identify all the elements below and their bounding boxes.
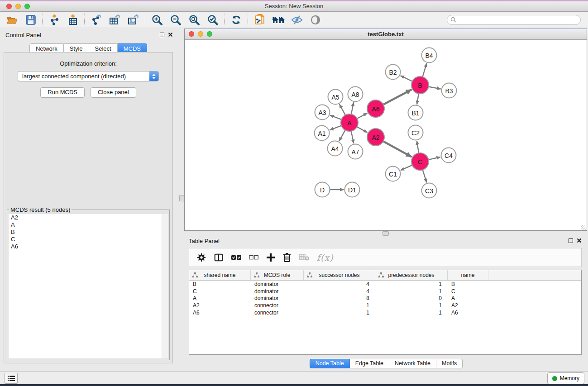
node-A1[interactable]: A1	[315, 126, 330, 141]
mcds-result-item[interactable]: A	[9, 221, 168, 229]
column-header-shared-name[interactable]: shared name	[189, 270, 251, 280]
close-panel-button[interactable]: Close panel	[91, 87, 136, 98]
node-D1[interactable]: D1	[345, 182, 360, 197]
node-D[interactable]: D	[315, 182, 330, 197]
export-table-button[interactable]	[105, 13, 124, 27]
node-C2[interactable]: C2	[408, 125, 423, 140]
edge-A6-B[interactable]	[383, 90, 412, 105]
toggle-panel-layout-icon[interactable]	[214, 253, 224, 262]
zoom-fit-button[interactable]	[185, 13, 203, 27]
zoom-out-button[interactable]	[166, 13, 185, 27]
node-C-dominator[interactable]: C	[411, 153, 429, 170]
column-header-name[interactable]: name	[448, 270, 488, 280]
hide-graphics-details-button[interactable]	[287, 13, 306, 27]
edge-B-B2[interactable]	[401, 76, 412, 81]
edge-B-B3[interactable]	[429, 87, 441, 89]
edge-C-C1[interactable]	[401, 165, 412, 171]
edge-C-C2[interactable]	[417, 141, 419, 153]
table-tab-network-table[interactable]: Network Table	[389, 359, 436, 368]
mcds-result-item[interactable]: A2	[9, 214, 168, 221]
cell-shared-name[interactable]: A2	[189, 302, 251, 309]
cell-successor-nodes[interactable]: 8	[304, 295, 375, 301]
task-history-button[interactable]	[5, 373, 18, 384]
cell-predecessor-nodes[interactable]: 0	[375, 295, 448, 301]
float-table-panel-icon[interactable]	[569, 238, 573, 243]
table-tab-edge-table[interactable]: Edge Table	[350, 359, 389, 368]
import-network-button[interactable]	[45, 13, 63, 27]
criterion-dropdown[interactable]: largest connected component (directed)	[18, 71, 159, 81]
node-A5[interactable]: A5	[328, 90, 343, 105]
close-panel-icon[interactable]	[168, 32, 173, 37]
export-image-button[interactable]	[124, 13, 143, 27]
search-field[interactable]	[447, 15, 581, 25]
edge-C-C4[interactable]	[429, 157, 440, 160]
table-tab-node-table[interactable]: Node Table	[310, 359, 350, 368]
cell-name[interactable]: B	[448, 281, 488, 287]
cell-name[interactable]: C	[448, 288, 488, 295]
refresh-layout-button[interactable]	[227, 13, 245, 27]
cell-predecessor-nodes[interactable]: 1	[375, 310, 448, 316]
resize-grip-icon[interactable]	[581, 225, 586, 230]
zoom-in-button[interactable]	[148, 13, 166, 27]
column-header-successor-nodes[interactable]: successor nodes	[304, 270, 375, 280]
edge-A-A8[interactable]	[351, 102, 354, 114]
node-A3[interactable]: A3	[315, 105, 330, 120]
edge-C-C3[interactable]	[423, 170, 427, 182]
table-row[interactable]: Bdominator41B	[189, 281, 581, 288]
result-scrollbar[interactable]	[162, 214, 168, 358]
cell-MCDS-role[interactable]: dominator	[251, 281, 304, 287]
mcds-result-item[interactable]: A6	[9, 243, 168, 250]
cell-shared-name[interactable]: A	[189, 295, 251, 301]
node-A4[interactable]: A4	[328, 141, 343, 156]
new-network-from-selection-button[interactable]	[250, 13, 269, 27]
float-panel-icon[interactable]	[160, 33, 164, 37]
table-row[interactable]: Adominator80A	[189, 295, 581, 302]
column-header-predecessor-nodes[interactable]: predecessor nodes	[375, 270, 448, 280]
cell-successor-nodes[interactable]: 1	[304, 302, 375, 309]
edge-A-A7[interactable]	[351, 131, 354, 143]
node-A7[interactable]: A7	[348, 144, 363, 159]
table-row[interactable]: A2connector11A2	[189, 302, 581, 309]
node-C4[interactable]: C4	[441, 148, 456, 163]
mcds-result-item[interactable]: B	[9, 229, 168, 236]
node-B3[interactable]: B3	[442, 83, 457, 98]
cell-MCDS-role[interactable]: connector	[251, 310, 304, 316]
edge-B-B4[interactable]	[423, 63, 427, 77]
delete-columns-trash-icon[interactable]	[282, 253, 292, 262]
edge-B-B1[interactable]	[417, 94, 419, 105]
edge-A-A3[interactable]	[330, 115, 341, 120]
mcds-result-item[interactable]: C	[9, 236, 168, 243]
close-table-panel-icon[interactable]	[577, 238, 582, 243]
node-A8[interactable]: A8	[348, 87, 363, 102]
first-neighbors-button[interactable]	[269, 13, 287, 27]
node-C3[interactable]: C3	[422, 183, 437, 198]
cell-successor-nodes[interactable]: 4	[304, 288, 375, 295]
show-graphics-details-button[interactable]	[306, 13, 325, 27]
cell-successor-nodes[interactable]: 4	[304, 281, 375, 287]
table-tab-motifs[interactable]: Motifs	[436, 359, 463, 368]
node-A-dominator[interactable]: A	[341, 114, 358, 131]
column-header-MCDS-role[interactable]: MCDS role	[251, 270, 304, 280]
edge-A-A5[interactable]	[339, 104, 345, 115]
edge-A-A1[interactable]	[330, 126, 341, 130]
cell-name[interactable]: A	[448, 295, 488, 301]
deselect-all-icon[interactable]	[249, 254, 259, 261]
node-B2[interactable]: B2	[386, 65, 401, 80]
zoom-selected-button[interactable]	[203, 13, 222, 27]
cell-name[interactable]: A2	[448, 302, 488, 309]
export-network-button[interactable]	[87, 13, 105, 27]
cell-name[interactable]: A6	[448, 310, 488, 316]
cell-shared-name[interactable]: B	[189, 281, 251, 287]
cell-predecessor-nodes[interactable]: 1	[375, 288, 448, 295]
run-mcds-button[interactable]: Run MCDS	[40, 87, 85, 98]
cell-MCDS-role[interactable]: dominator	[251, 288, 304, 295]
table-row[interactable]: A6connector11A6	[189, 309, 581, 316]
cell-shared-name[interactable]: C	[189, 288, 251, 295]
cell-MCDS-role[interactable]: dominator	[251, 295, 304, 301]
cell-MCDS-role[interactable]: connector	[251, 302, 304, 309]
node-table[interactable]: shared nameMCDS rolesuccessor nodesprede…	[189, 270, 582, 355]
open-session-button[interactable]	[3, 13, 21, 27]
edge-A2-C[interactable]	[383, 141, 412, 157]
node-B1[interactable]: B1	[408, 105, 423, 120]
table-row[interactable]: Cdominator41C	[189, 288, 581, 295]
